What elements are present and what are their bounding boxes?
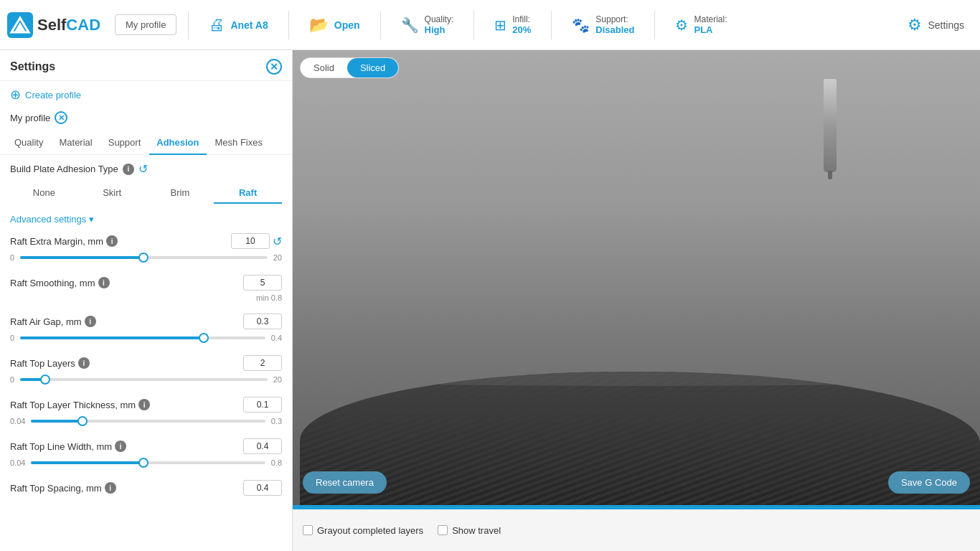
material-group: Material: PLA xyxy=(694,14,727,35)
profile-button[interactable]: My profile xyxy=(115,14,176,35)
raft-top-layer-thickness-value[interactable] xyxy=(243,397,282,413)
raft-top-line-width-track: 0.04 0.8 xyxy=(10,457,282,468)
quality-selector[interactable]: 🔧 Quality: High xyxy=(392,14,463,35)
quality-group: Quality: High xyxy=(425,14,454,35)
build-plate-reset-icon[interactable]: ↺ xyxy=(138,162,148,176)
raft-top-line-width-value[interactable] xyxy=(243,438,282,454)
raft-top-layers-value[interactable] xyxy=(243,355,282,371)
tab-material[interactable]: Material xyxy=(52,131,99,155)
infill-selector[interactable]: ⊞ Infill: 20% xyxy=(486,14,540,35)
logo-text: SelfCAD xyxy=(37,16,100,34)
raft-air-gap-label: Raft Air Gap, mm i xyxy=(10,316,96,327)
raft-extra-margin-info-icon[interactable]: i xyxy=(106,235,118,247)
remove-profile-button[interactable]: ✕ xyxy=(55,111,67,124)
raft-top-layers-info-icon[interactable]: i xyxy=(78,357,90,369)
raft-air-gap-slider[interactable] xyxy=(20,332,265,344)
raft-top-spacing-label-row: Raft Top Spacing, mm i xyxy=(10,480,282,496)
raft-top-layers-slider[interactable] xyxy=(20,374,268,385)
infill-icon: ⊞ xyxy=(494,17,507,34)
adhesion-brim[interactable]: Brim xyxy=(146,183,215,204)
raft-extra-margin-max: 20 xyxy=(273,253,282,262)
raft-air-gap-min: 0 xyxy=(10,334,14,342)
build-plate-info-icon[interactable]: i xyxy=(123,164,134,175)
view-solid-button[interactable]: Solid xyxy=(301,58,347,77)
raft-extra-margin-row: Raft Extra Margin, mm i ↺ 0 xyxy=(10,233,282,263)
raft-extra-margin-min: 0 xyxy=(10,253,14,262)
adhesion-type-label: Build Plate Adhesion Type xyxy=(10,164,118,174)
adhesion-none[interactable]: None xyxy=(10,183,78,204)
header-divider-5 xyxy=(551,11,552,39)
raft-top-layer-thickness-track: 0.04 0.3 xyxy=(10,415,282,427)
grayout-checkbox-label[interactable]: Grayout completed layers xyxy=(303,525,423,536)
advanced-settings-label: Advanced settings xyxy=(10,214,86,225)
raft-extra-margin-label: Raft Extra Margin, mm i xyxy=(10,235,118,247)
open-label: Open xyxy=(334,19,360,31)
show-travel-checkbox-label[interactable]: Show travel xyxy=(438,525,501,536)
tab-mesh-fixes[interactable]: Mesh Fixes xyxy=(208,131,270,155)
save-gcode-button[interactable]: Save G Code xyxy=(888,471,970,494)
raft-top-spacing-value[interactable] xyxy=(243,480,282,496)
printer-name-label: Anet A8 xyxy=(230,19,268,31)
grayout-checkbox[interactable] xyxy=(303,525,313,535)
raft-top-layer-thickness-info-icon[interactable]: i xyxy=(138,399,150,410)
sidebar-header: Settings ✕ xyxy=(0,50,292,81)
raft-air-gap-max: 0.4 xyxy=(271,334,282,342)
raft-top-line-width-label-row: Raft Top Line Width, mm i xyxy=(10,438,282,454)
advanced-settings-toggle[interactable]: Advanced settings ▾ xyxy=(10,214,282,225)
viewport: Solid Sliced Reset camera Save G Code Gr… xyxy=(293,50,980,551)
raft-air-gap-track: 0 0.4 xyxy=(10,332,282,344)
raft-top-layer-thickness-slider[interactable] xyxy=(31,415,265,427)
raft-top-layer-thickness-label: Raft Top Layer Thickness, mm i xyxy=(10,399,150,410)
raft-top-layers-track: 0 20 xyxy=(10,374,282,385)
raft-extra-margin-reset-icon[interactable]: ↺ xyxy=(273,235,282,248)
raft-air-gap-info-icon[interactable]: i xyxy=(85,316,96,327)
tab-adhesion[interactable]: Adhesion xyxy=(149,131,206,155)
raft-air-gap-label-row: Raft Air Gap, mm i xyxy=(10,314,282,329)
raft-top-line-width-slider[interactable] xyxy=(31,457,265,468)
raft-top-line-width-info-icon[interactable]: i xyxy=(115,441,126,452)
adhesion-raft[interactable]: Raft xyxy=(214,183,282,204)
print-nozzle xyxy=(824,79,837,172)
raft-smoothing-label: Raft Smoothing, mm i xyxy=(10,277,110,288)
close-sidebar-button[interactable]: ✕ xyxy=(266,59,282,75)
quality-icon: 🔧 xyxy=(401,17,419,34)
raft-extra-margin-slider[interactable] xyxy=(20,252,268,263)
create-profile-button[interactable]: ⊕ Create profile xyxy=(0,81,292,108)
sidebar: Settings ✕ ⊕ Create profile My profile ✕… xyxy=(0,50,293,551)
open-button[interactable]: 📂 Open xyxy=(301,16,369,34)
tab-quality[interactable]: Quality xyxy=(7,131,50,155)
show-travel-label: Show travel xyxy=(452,525,501,536)
tab-support[interactable]: Support xyxy=(101,131,149,155)
support-group: Support: Disabled xyxy=(595,14,634,35)
tabs-row: Quality Material Support Adhesion Mesh F… xyxy=(0,131,292,155)
raft-smoothing-info-icon[interactable]: i xyxy=(98,277,110,288)
infill-group: Infill: 20% xyxy=(512,14,531,35)
support-icon: 🐾 xyxy=(572,17,590,34)
raft-top-layers-row: Raft Top Layers i 0 20 xyxy=(10,355,282,385)
settings-button[interactable]: ⚙ Settings xyxy=(899,16,973,34)
raft-top-spacing-info-icon[interactable]: i xyxy=(105,482,116,494)
chevron-down-icon: ▾ xyxy=(89,214,94,225)
header-divider-3 xyxy=(380,11,381,39)
support-selector[interactable]: 🐾 Support: Disabled xyxy=(563,14,643,35)
raft-smoothing-value[interactable] xyxy=(243,275,282,291)
header-divider-4 xyxy=(473,11,474,39)
header-divider-1 xyxy=(188,11,189,39)
raft-smoothing-min-label: min 0.8 xyxy=(10,293,282,302)
adhesion-skirt[interactable]: Skirt xyxy=(78,183,146,204)
reset-camera-button[interactable]: Reset camera xyxy=(303,471,387,494)
material-selector[interactable]: ⚙ Material: PLA xyxy=(666,14,735,35)
raft-air-gap-value[interactable] xyxy=(243,314,282,329)
printer-selector[interactable]: 🖨 Anet A8 xyxy=(200,16,276,34)
my-profile-label: My profile xyxy=(10,113,50,123)
view-toggle: Solid Sliced xyxy=(300,57,399,78)
logo-area: SelfCAD xyxy=(7,12,100,38)
raft-extra-margin-value[interactable] xyxy=(231,233,270,249)
settings-content: Build Plate Adhesion Type i ↺ None Skirt… xyxy=(0,155,292,514)
folder-icon: 📂 xyxy=(309,16,329,34)
show-travel-checkbox[interactable] xyxy=(438,525,448,535)
view-sliced-button[interactable]: Sliced xyxy=(347,58,398,77)
create-profile-label: Create profile xyxy=(25,90,81,100)
plus-icon: ⊕ xyxy=(10,87,21,103)
settings-label: Settings xyxy=(928,19,964,31)
